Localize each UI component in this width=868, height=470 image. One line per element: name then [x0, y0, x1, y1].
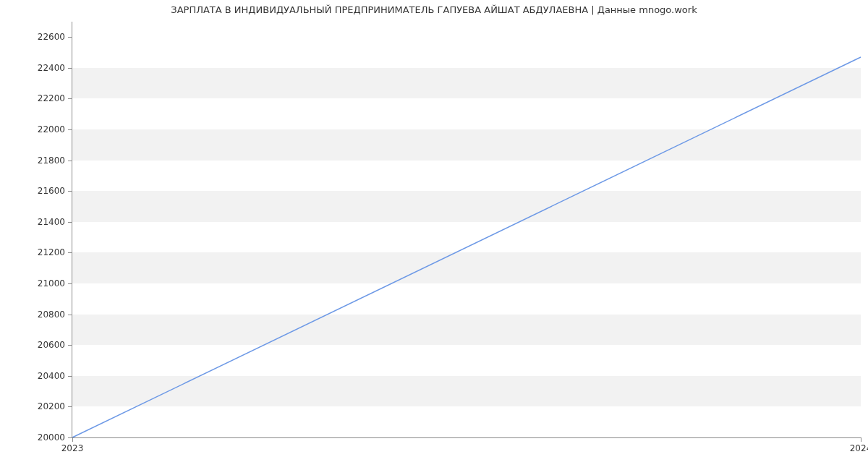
y-tick	[68, 283, 72, 284]
y-tick-label: 20600	[38, 340, 65, 350]
y-tick-label: 22600	[38, 32, 65, 42]
x-tick-label: 2024	[850, 443, 868, 453]
chart-title: ЗАРПЛАТА В ИНДИВИДУАЛЬНЫЙ ПРЕДПРИНИМАТЕЛ…	[0, 4, 868, 15]
y-tick-label: 22400	[38, 63, 65, 73]
y-tick	[68, 315, 72, 315]
y-tick	[68, 222, 72, 223]
y-tick	[68, 191, 72, 192]
y-tick	[68, 37, 72, 38]
x-axis-line	[72, 437, 861, 438]
y-tick-label: 20800	[38, 309, 65, 320]
y-tick-label: 22200	[38, 93, 65, 103]
y-tick-label: 21200	[38, 247, 65, 257]
y-tick-label: 20200	[38, 401, 65, 411]
y-tick	[68, 376, 72, 377]
y-tick	[68, 345, 72, 346]
y-tick-label: 21400	[38, 217, 65, 227]
y-tick-label: 22000	[38, 124, 65, 134]
y-tick	[68, 406, 72, 407]
y-tick	[68, 98, 72, 99]
y-tick-label: 21000	[38, 278, 65, 289]
y-tick-label: 21600	[38, 186, 65, 196]
chart-container: ЗАРПЛАТА В ИНДИВИДУАЛЬНЫЙ ПРЕДПРИНИМАТЕЛ…	[0, 0, 868, 470]
y-tick-label: 20400	[38, 371, 65, 381]
x-tick	[72, 437, 73, 442]
y-tick-label: 21800	[38, 155, 65, 166]
y-tick-label: 20000	[38, 432, 65, 443]
plot-area: 2000020200204002060020800210002120021400…	[72, 22, 861, 437]
y-tick	[68, 68, 72, 69]
x-tick-label: 2023	[61, 443, 84, 453]
y-tick	[68, 252, 72, 253]
x-tick	[861, 437, 861, 442]
data-line	[72, 22, 861, 437]
y-tick	[68, 161, 72, 161]
y-tick	[68, 129, 72, 130]
